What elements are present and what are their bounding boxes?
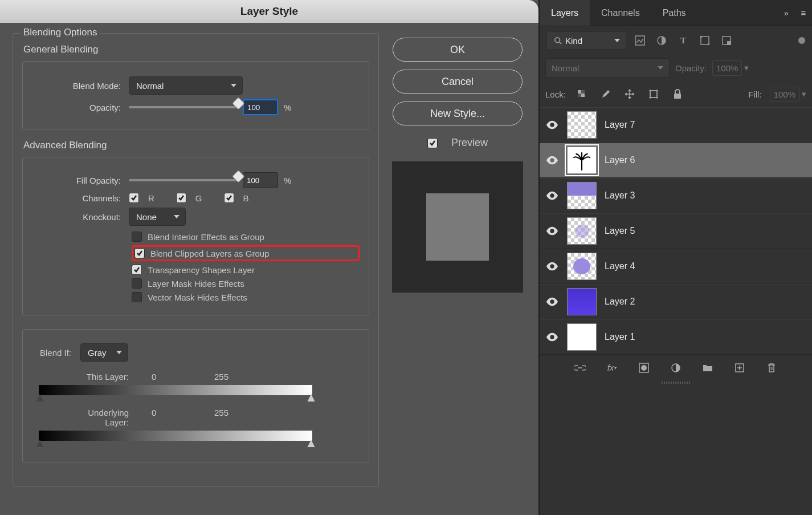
fx-icon[interactable]: fx▾ [604, 360, 620, 376]
layer-row[interactable]: Layer 6 [540, 143, 812, 178]
svg-rect-18 [674, 94, 681, 99]
vector-mask-hides-label: Vector Mask Hides Effects [148, 293, 247, 302]
lock-position-icon[interactable] [622, 86, 638, 102]
visibility-toggle-icon[interactable] [545, 295, 559, 309]
blend-if-select[interactable]: Gray [80, 343, 128, 362]
layer-row[interactable]: Layer 1 [540, 319, 812, 355]
visibility-toggle-icon[interactable] [545, 224, 559, 238]
new-adjustment-icon[interactable] [668, 360, 684, 376]
lock-artboard-icon[interactable] [646, 86, 662, 102]
lock-all-icon[interactable] [670, 86, 685, 102]
layer-name: Layer 2 [605, 297, 635, 307]
channel-b-checkbox[interactable] [224, 193, 234, 203]
svg-line-1 [560, 42, 562, 44]
new-group-icon[interactable] [700, 360, 716, 376]
vector-mask-hides-checkbox[interactable] [132, 292, 142, 302]
blend-clipped-label: Blend Clipped Layers as Group [150, 249, 269, 258]
fill-opacity-slider[interactable] [129, 179, 237, 181]
layers-panel: Layers Channels Paths » ≡ Kind T Normal … [538, 0, 812, 515]
underlying-layer-gradient-slider[interactable] [39, 431, 312, 441]
layer-thumbnail[interactable] [567, 111, 597, 139]
svg-rect-6 [708, 43, 709, 45]
add-mask-icon[interactable] [636, 360, 652, 376]
filter-kind-select[interactable]: Kind [546, 31, 626, 50]
cancel-button[interactable]: Cancel [393, 70, 523, 94]
fill-opacity-label: Fill Opacity: [32, 176, 129, 185]
new-style-button[interactable]: New Style... [393, 102, 523, 125]
svg-point-0 [555, 38, 560, 43]
lock-brush-icon[interactable] [598, 86, 614, 102]
filter-type-icon[interactable]: T [675, 33, 691, 48]
ok-button[interactable]: OK [393, 38, 523, 62]
percent-unit: % [284, 103, 291, 112]
layer-mask-hides-checkbox[interactable] [132, 278, 142, 289]
svg-rect-8 [727, 41, 731, 45]
filter-toggle-icon[interactable] [798, 37, 805, 44]
filter-shape-icon[interactable] [697, 33, 713, 48]
layer-thumbnail[interactable] [567, 253, 597, 280]
lock-transparent-icon[interactable] [574, 86, 590, 102]
layer-row[interactable]: Layer 4 [540, 249, 812, 284]
visibility-toggle-icon[interactable] [545, 189, 559, 202]
this-layer-black-handle[interactable] [36, 394, 44, 402]
layer-thumbnail[interactable] [567, 323, 597, 351]
filter-smartobject-icon[interactable] [719, 33, 735, 48]
fill-label: Fill: [748, 90, 761, 99]
panel-menu-icon[interactable]: ≡ [795, 0, 812, 26]
delete-layer-icon[interactable] [764, 360, 780, 376]
channel-r-checkbox[interactable] [129, 193, 139, 203]
panel-resize-gripper[interactable] [540, 380, 812, 386]
svg-rect-12 [578, 94, 581, 97]
channels-label: Channels: [32, 193, 129, 203]
filter-adjustment-icon[interactable] [654, 33, 670, 48]
filter-pixel-icon[interactable] [632, 33, 648, 48]
fill-opacity-input[interactable] [243, 172, 278, 188]
layer-list: Layer 7Layer 6Layer 3Layer 5Layer 4Layer… [540, 107, 812, 355]
blend-clipped-checkbox[interactable] [134, 248, 145, 258]
this-layer-white-handle[interactable] [307, 394, 315, 402]
layer-name: Layer 6 [605, 155, 635, 165]
opacity-slider[interactable] [129, 106, 237, 108]
svg-rect-10 [581, 94, 585, 97]
tab-paths[interactable]: Paths [651, 0, 697, 26]
layer-thumbnail[interactable] [567, 147, 597, 174]
layer-row[interactable]: Layer 5 [540, 213, 812, 249]
layer-name: Layer 1 [605, 332, 635, 342]
visibility-toggle-icon[interactable] [545, 118, 559, 132]
svg-rect-13 [650, 91, 657, 98]
tab-layers[interactable]: Layers [540, 0, 590, 26]
layer-thumbnail[interactable] [567, 182, 597, 209]
transparency-shapes-checkbox[interactable] [132, 265, 142, 275]
svg-rect-4 [701, 37, 709, 44]
channel-g-checkbox[interactable] [176, 193, 186, 203]
new-layer-icon[interactable] [732, 360, 748, 376]
preview-checkbox[interactable] [427, 138, 438, 148]
underlying-black-handle[interactable] [36, 440, 44, 448]
opacity-label: Opacity: [32, 103, 129, 112]
visibility-toggle-icon[interactable] [545, 259, 559, 273]
layer-thumbnail[interactable] [567, 288, 597, 315]
fill-value[interactable]: 100% [770, 87, 799, 102]
layer-row[interactable]: Layer 2 [540, 284, 812, 319]
layer-row[interactable]: Layer 7 [540, 107, 812, 143]
visibility-toggle-icon[interactable] [545, 153, 559, 167]
blend-mode-select[interactable]: Normal [129, 76, 243, 95]
blend-interior-checkbox[interactable] [132, 232, 142, 242]
collapse-icon[interactable]: » [778, 0, 795, 26]
layer-name: Layer 7 [605, 120, 635, 130]
opacity-input[interactable] [243, 99, 278, 115]
layer-blend-mode-select[interactable]: Normal [545, 58, 670, 78]
svg-rect-5 [700, 36, 702, 38]
layer-thumbnail[interactable] [567, 217, 597, 245]
preview-swatch [392, 161, 523, 293]
link-layers-icon[interactable] [572, 360, 588, 376]
this-layer-gradient-slider[interactable] [39, 385, 312, 395]
tab-channels[interactable]: Channels [590, 0, 651, 26]
underlying-white-handle[interactable] [307, 440, 315, 448]
layer-opacity-value[interactable]: 100% [712, 60, 742, 76]
blend-interior-label: Blend Interior Effects as Group [148, 232, 264, 242]
visibility-toggle-icon[interactable] [545, 330, 559, 344]
knockout-select[interactable]: None [129, 208, 186, 226]
blend-clipped-highlighted-row: Blend Clipped Layers as Group [132, 245, 360, 261]
layer-row[interactable]: Layer 3 [540, 178, 812, 213]
